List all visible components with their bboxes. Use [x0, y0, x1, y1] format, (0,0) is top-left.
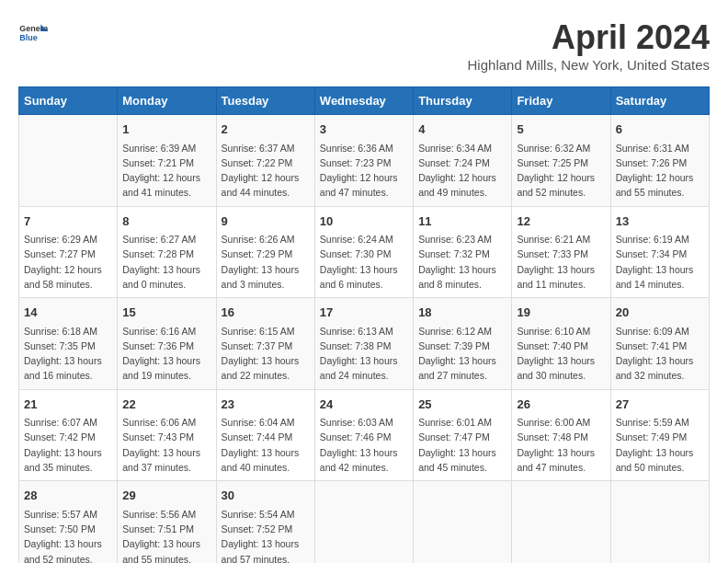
day-number: 12: [517, 213, 605, 231]
day-info: Sunrise: 6:36 AMSunset: 7:23 PMDaylight:…: [320, 141, 408, 201]
calendar-cell: 13Sunrise: 6:19 AMSunset: 7:34 PMDayligh…: [610, 206, 709, 298]
page-subtitle: Highland Mills, New York, United States: [468, 57, 710, 73]
calendar-cell: 11Sunrise: 6:23 AMSunset: 7:32 PMDayligh…: [414, 206, 512, 298]
day-number: 19: [517, 304, 605, 322]
calendar-cell: 17Sunrise: 6:13 AMSunset: 7:38 PMDayligh…: [314, 298, 413, 390]
header-day-saturday: Saturday: [610, 87, 709, 115]
calendar-cell: 4Sunrise: 6:34 AMSunset: 7:24 PMDaylight…: [414, 115, 512, 207]
week-row-4: 21Sunrise: 6:07 AMSunset: 7:42 PMDayligh…: [19, 389, 710, 481]
day-number: 27: [616, 396, 704, 414]
day-number: 24: [320, 396, 408, 414]
day-info: Sunrise: 5:56 AMSunset: 7:51 PMDaylight:…: [122, 507, 210, 563]
day-info: Sunrise: 6:23 AMSunset: 7:32 PMDaylight:…: [418, 232, 506, 292]
calendar-cell: 19Sunrise: 6:10 AMSunset: 7:40 PMDayligh…: [512, 298, 610, 390]
day-number: 21: [24, 396, 112, 414]
header-day-wednesday: Wednesday: [314, 87, 413, 115]
day-number: 22: [122, 396, 210, 414]
page-header: General Blue April 2024 Highland Mills, …: [18, 18, 710, 73]
day-number: 28: [24, 487, 112, 505]
day-number: 8: [122, 213, 210, 231]
calendar-cell: 29Sunrise: 5:56 AMSunset: 7:51 PMDayligh…: [118, 481, 216, 563]
calendar-cell: 1Sunrise: 6:39 AMSunset: 7:21 PMDaylight…: [118, 115, 216, 207]
day-info: Sunrise: 6:00 AMSunset: 7:48 PMDaylight:…: [517, 415, 605, 475]
day-number: 10: [320, 213, 408, 231]
header-day-sunday: Sunday: [19, 87, 118, 115]
day-number: 4: [418, 121, 506, 139]
header-day-monday: Monday: [118, 87, 216, 115]
logo: General Blue: [18, 18, 48, 48]
calendar-cell: 22Sunrise: 6:06 AMSunset: 7:43 PMDayligh…: [118, 389, 216, 481]
day-info: Sunrise: 6:24 AMSunset: 7:30 PMDaylight:…: [320, 232, 408, 292]
calendar-cell: 24Sunrise: 6:03 AMSunset: 7:46 PMDayligh…: [314, 389, 413, 481]
day-info: Sunrise: 6:21 AMSunset: 7:33 PMDaylight:…: [517, 232, 605, 292]
calendar-cell: 5Sunrise: 6:32 AMSunset: 7:25 PMDaylight…: [512, 115, 610, 207]
day-number: 13: [616, 213, 704, 231]
calendar-cell: 21Sunrise: 6:07 AMSunset: 7:42 PMDayligh…: [19, 389, 118, 481]
calendar-cell: 10Sunrise: 6:24 AMSunset: 7:30 PMDayligh…: [314, 206, 413, 298]
day-number: 29: [122, 487, 210, 505]
week-row-3: 14Sunrise: 6:18 AMSunset: 7:35 PMDayligh…: [19, 298, 710, 390]
calendar-cell: 28Sunrise: 5:57 AMSunset: 7:50 PMDayligh…: [19, 481, 118, 563]
day-info: Sunrise: 6:03 AMSunset: 7:46 PMDaylight:…: [320, 415, 408, 475]
calendar-cell: 7Sunrise: 6:29 AMSunset: 7:27 PMDaylight…: [19, 206, 118, 298]
day-number: 6: [616, 121, 704, 139]
day-info: Sunrise: 6:27 AMSunset: 7:28 PMDaylight:…: [122, 232, 210, 292]
day-number: 23: [222, 396, 310, 414]
day-number: 1: [122, 121, 210, 139]
calendar-table: SundayMondayTuesdayWednesdayThursdayFrid…: [18, 86, 710, 563]
calendar-header-row: SundayMondayTuesdayWednesdayThursdayFrid…: [19, 87, 710, 115]
calendar-cell: 16Sunrise: 6:15 AMSunset: 7:37 PMDayligh…: [216, 298, 314, 390]
week-row-5: 28Sunrise: 5:57 AMSunset: 7:50 PMDayligh…: [19, 481, 710, 563]
day-number: 25: [418, 396, 506, 414]
day-number: 2: [222, 121, 310, 139]
page-title: April 2024: [468, 18, 710, 57]
day-number: 26: [517, 396, 605, 414]
calendar-cell: 18Sunrise: 6:12 AMSunset: 7:39 PMDayligh…: [414, 298, 512, 390]
day-info: Sunrise: 6:07 AMSunset: 7:42 PMDaylight:…: [24, 415, 112, 475]
day-number: 30: [222, 487, 310, 505]
day-info: Sunrise: 6:39 AMSunset: 7:21 PMDaylight:…: [122, 141, 210, 201]
day-number: 17: [320, 304, 408, 322]
day-info: Sunrise: 6:31 AMSunset: 7:26 PMDaylight:…: [616, 141, 704, 201]
day-info: Sunrise: 6:06 AMSunset: 7:43 PMDaylight:…: [122, 415, 210, 475]
day-number: 11: [418, 213, 506, 231]
calendar-cell: [610, 481, 709, 563]
header-day-thursday: Thursday: [414, 87, 512, 115]
svg-text:Blue: Blue: [19, 33, 37, 42]
title-area: April 2024 Highland Mills, New York, Uni…: [468, 18, 710, 73]
day-number: 15: [122, 304, 210, 322]
day-number: 14: [24, 304, 112, 322]
day-number: 20: [616, 304, 704, 322]
calendar-cell: 14Sunrise: 6:18 AMSunset: 7:35 PMDayligh…: [19, 298, 118, 390]
day-info: Sunrise: 6:13 AMSunset: 7:38 PMDaylight:…: [320, 324, 408, 384]
calendar-cell: 25Sunrise: 6:01 AMSunset: 7:47 PMDayligh…: [414, 389, 512, 481]
calendar-cell: [19, 115, 118, 207]
day-info: Sunrise: 6:26 AMSunset: 7:29 PMDaylight:…: [222, 232, 310, 292]
day-number: 9: [222, 213, 310, 231]
day-info: Sunrise: 5:54 AMSunset: 7:52 PMDaylight:…: [222, 507, 310, 563]
calendar-cell: 23Sunrise: 6:04 AMSunset: 7:44 PMDayligh…: [216, 389, 314, 481]
day-number: 16: [222, 304, 310, 322]
day-number: 7: [24, 213, 112, 231]
day-info: Sunrise: 6:16 AMSunset: 7:36 PMDaylight:…: [122, 324, 210, 384]
day-info: Sunrise: 6:12 AMSunset: 7:39 PMDaylight:…: [418, 324, 506, 384]
calendar-cell: 6Sunrise: 6:31 AMSunset: 7:26 PMDaylight…: [610, 115, 709, 207]
calendar-cell: 15Sunrise: 6:16 AMSunset: 7:36 PMDayligh…: [118, 298, 216, 390]
calendar-cell: 12Sunrise: 6:21 AMSunset: 7:33 PMDayligh…: [512, 206, 610, 298]
calendar-cell: 2Sunrise: 6:37 AMSunset: 7:22 PMDaylight…: [216, 115, 314, 207]
day-info: Sunrise: 6:15 AMSunset: 7:37 PMDaylight:…: [222, 324, 310, 384]
calendar-cell: 8Sunrise: 6:27 AMSunset: 7:28 PMDaylight…: [118, 206, 216, 298]
calendar-cell: [512, 481, 610, 563]
day-info: Sunrise: 6:10 AMSunset: 7:40 PMDaylight:…: [517, 324, 605, 384]
day-info: Sunrise: 6:19 AMSunset: 7:34 PMDaylight:…: [616, 232, 704, 292]
calendar-cell: 3Sunrise: 6:36 AMSunset: 7:23 PMDaylight…: [314, 115, 413, 207]
day-number: 3: [320, 121, 408, 139]
calendar-cell: 9Sunrise: 6:26 AMSunset: 7:29 PMDaylight…: [216, 206, 314, 298]
week-row-2: 7Sunrise: 6:29 AMSunset: 7:27 PMDaylight…: [19, 206, 710, 298]
day-info: Sunrise: 6:37 AMSunset: 7:22 PMDaylight:…: [222, 141, 310, 201]
day-info: Sunrise: 6:04 AMSunset: 7:44 PMDaylight:…: [222, 415, 310, 475]
day-info: Sunrise: 6:01 AMSunset: 7:47 PMDaylight:…: [418, 415, 506, 475]
calendar-cell: [314, 481, 413, 563]
header-day-tuesday: Tuesday: [216, 87, 314, 115]
day-info: Sunrise: 6:09 AMSunset: 7:41 PMDaylight:…: [616, 324, 704, 384]
